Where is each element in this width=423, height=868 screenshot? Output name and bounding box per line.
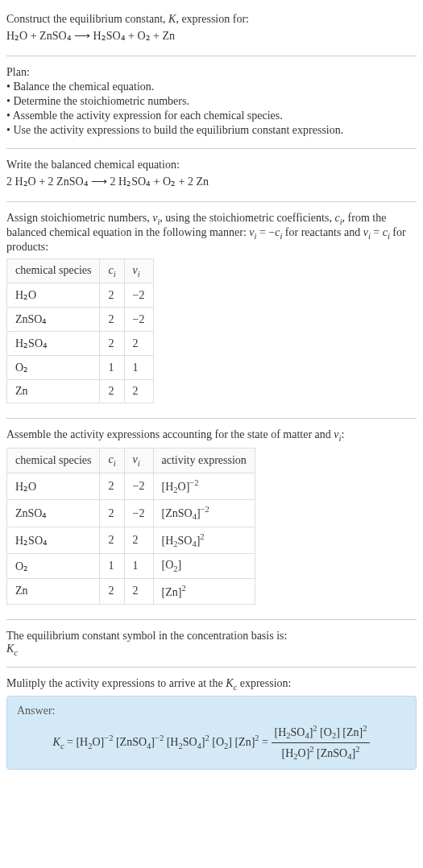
col-vi: νi	[124, 258, 153, 283]
plan-item: • Assemble the activity expression for e…	[6, 110, 417, 122]
cell-vi: 1	[124, 554, 153, 579]
multiply-section: Mulitply the activity expressions to arr…	[6, 671, 417, 777]
plan-section: Plan: • Balance the chemical equation. •…	[6, 60, 417, 145]
table-row: Zn 2 2	[7, 380, 154, 403]
cell-species: ZnSO₄	[7, 308, 100, 332]
cell-species: H₂O	[7, 473, 100, 499]
cell-expr: [ZnSO4]−2	[153, 500, 255, 527]
table-header-row: chemical species ci νi activity expressi…	[7, 448, 255, 473]
cell-vi: 2	[124, 527, 153, 553]
multiply-intro: Mulitply the activity expressions to arr…	[6, 677, 417, 692]
cell-species: Zn	[7, 380, 100, 403]
cell-species: O₂	[7, 356, 100, 380]
cell-vi: 2	[124, 332, 153, 356]
cell-expr: [H2SO4]2	[153, 527, 255, 553]
kc-expression: Kc = [H2O]−2 [ZnSO4]−2 [H2SO4]2 [O2] [Zn…	[17, 724, 406, 761]
cell-vi: −2	[124, 283, 153, 308]
cell-ci: 2	[100, 380, 124, 403]
table-row: H₂O 2 −2	[7, 283, 154, 308]
plan-item: • Balance the chemical equation.	[6, 81, 417, 93]
stoichiometry-table: chemical species ci νi H₂O 2 −2 ZnSO₄ 2 …	[6, 258, 154, 404]
cell-species: H₂O	[7, 283, 100, 308]
symbol-value: Kc	[6, 643, 417, 657]
activity-section: Assemble the activity expressions accoun…	[6, 422, 417, 615]
plan-item: • Determine the stoichiometric numbers.	[6, 95, 417, 108]
cell-ci: 2	[100, 500, 124, 527]
cell-expr: [Zn]2	[153, 579, 255, 605]
cell-ci: 2	[100, 527, 124, 553]
cell-vi: −2	[124, 473, 153, 499]
col-species: chemical species	[7, 448, 100, 473]
cell-vi: −2	[124, 308, 153, 332]
cell-species: O₂	[7, 554, 100, 579]
cell-vi: 2	[124, 579, 153, 605]
unbalanced-equation: H₂O + ZnSO₄ ⟶ H₂SO₄ + O₂ + Zn	[6, 29, 417, 43]
kc-numerator: [H2SO4]2 [O2] [Zn]2	[272, 724, 371, 742]
construct-text: Construct the equilibrium constant, K, e…	[6, 13, 417, 26]
table-row: H₂SO₄ 2 2	[7, 332, 154, 356]
table-row: ZnSO₄ 2 −2 [ZnSO4]−2	[7, 500, 255, 527]
plan-item: • Use the activity expressions to build …	[6, 124, 417, 137]
cell-ci: 1	[100, 356, 124, 380]
cell-vi: 2	[124, 380, 153, 403]
divider	[6, 201, 417, 202]
cell-ci: 2	[100, 308, 124, 332]
table-row: ZnSO₄ 2 −2	[7, 308, 154, 332]
table-row: Zn 2 2 [Zn]2	[7, 579, 255, 605]
activity-intro: Assemble the activity expressions accoun…	[6, 428, 417, 443]
cell-vi: 1	[124, 356, 153, 380]
cell-ci: 2	[100, 579, 124, 605]
table-row: O₂ 1 1	[7, 356, 154, 380]
cell-species: ZnSO₄	[7, 500, 100, 527]
symbol-section: The equilibrium constant symbol in the c…	[6, 623, 417, 663]
cell-ci: 2	[100, 332, 124, 356]
col-expr: activity expression	[153, 448, 255, 473]
assign-text: Assign stoichiometric numbers, νi, using…	[6, 212, 417, 254]
cell-expr: [O2]	[153, 554, 255, 579]
balanced-section: Write the balanced chemical equation: 2 …	[6, 152, 417, 198]
table-row: O₂ 1 1 [O2]	[7, 554, 255, 579]
plan-label: Plan:	[6, 66, 417, 79]
col-species: chemical species	[7, 258, 100, 283]
table-row: H₂O 2 −2 [H2O]−2	[7, 473, 255, 499]
divider	[6, 667, 417, 668]
col-ci: ci	[100, 258, 124, 283]
answer-box: Answer: Kc = [H2O]−2 [ZnSO4]−2 [H2SO4]2 …	[6, 696, 417, 770]
col-vi: νi	[124, 448, 153, 473]
cell-ci: 2	[100, 283, 124, 308]
table-header-row: chemical species ci νi	[7, 258, 154, 283]
activity-table: chemical species ci νi activity expressi…	[6, 448, 255, 605]
assign-section: Assign stoichiometric numbers, νi, using…	[6, 205, 417, 415]
balanced-intro: Write the balanced chemical equation:	[6, 159, 417, 172]
cell-expr: [H2O]−2	[153, 473, 255, 499]
answer-label: Answer:	[17, 705, 406, 717]
cell-ci: 2	[100, 473, 124, 499]
col-ci: ci	[100, 448, 124, 473]
divider	[6, 418, 417, 419]
symbol-intro: The equilibrium constant symbol in the c…	[6, 630, 417, 643]
divider	[6, 56, 417, 56]
cell-species: H₂SO₄	[7, 332, 100, 356]
kc-fraction: [H2SO4]2 [O2] [Zn]2 [H2O]2 [ZnSO4]2	[272, 724, 371, 761]
balanced-equation: 2 H₂O + 2 ZnSO₄ ⟶ 2 H₂SO₄ + O₂ + 2 Zn	[6, 175, 417, 188]
divider	[6, 148, 417, 149]
construct-line-prefix: Construct the equilibrium constant, K, e…	[6, 13, 249, 25]
cell-species: H₂SO₄	[7, 527, 100, 553]
cell-vi: −2	[124, 500, 153, 527]
table-row: H₂SO₄ 2 2 [H2SO4]2	[7, 527, 255, 553]
header-section: Construct the equilibrium constant, K, e…	[6, 6, 417, 52]
kc-denominator: [H2O]2 [ZnSO4]2	[272, 743, 371, 761]
kc-lhs: Kc = [H2O]−2 [ZnSO4]−2 [H2SO4]2 [O2] [Zn…	[53, 736, 272, 748]
divider	[6, 619, 417, 620]
cell-ci: 1	[100, 554, 124, 579]
cell-species: Zn	[7, 579, 100, 605]
